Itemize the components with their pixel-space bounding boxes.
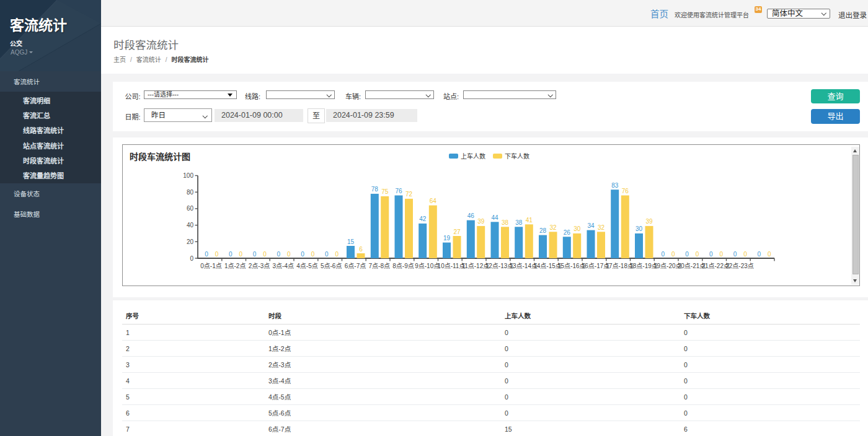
svg-text:0: 0: [671, 250, 675, 257]
svg-text:0: 0: [301, 250, 304, 257]
svg-text:60: 60: [187, 205, 194, 212]
svg-text:15: 15: [347, 238, 355, 245]
svg-text:28: 28: [539, 227, 547, 234]
svg-text:34: 34: [587, 222, 595, 229]
svg-text:0: 0: [719, 250, 723, 257]
svg-text:32: 32: [549, 224, 557, 230]
svg-text:41: 41: [526, 216, 533, 223]
svg-text:76: 76: [395, 188, 402, 194]
svg-text:40: 40: [187, 222, 194, 229]
svg-text:0: 0: [287, 250, 291, 257]
svg-text:5点-6点: 5点-6点: [321, 262, 342, 269]
svg-text:0: 0: [229, 250, 232, 257]
svg-text:76: 76: [622, 188, 629, 194]
svg-text:8点-9点: 8点-9点: [392, 262, 414, 269]
svg-text:22点-23点: 22点-23点: [725, 262, 754, 269]
svg-text:27: 27: [453, 228, 461, 235]
svg-text:0: 0: [205, 250, 208, 257]
svg-text:0: 0: [757, 250, 761, 257]
svg-text:9点-10点: 9点-10点: [415, 262, 440, 269]
svg-text:3点-4点: 3点-4点: [273, 262, 294, 269]
svg-text:78: 78: [371, 186, 379, 193]
svg-text:0: 0: [277, 250, 280, 257]
svg-text:39: 39: [645, 218, 653, 225]
svg-text:0: 0: [325, 250, 329, 257]
svg-text:4点-5点: 4点-5点: [296, 262, 317, 269]
svg-text:1点-2点: 1点-2点: [224, 262, 246, 269]
svg-text:0: 0: [335, 250, 339, 257]
svg-text:0: 0: [253, 250, 257, 257]
svg-text:0点-1点: 0点-1点: [200, 262, 221, 269]
svg-text:46: 46: [467, 212, 475, 219]
svg-text:0: 0: [311, 250, 315, 257]
svg-text:0: 0: [696, 250, 699, 257]
svg-text:72: 72: [405, 191, 413, 198]
svg-text:42: 42: [419, 216, 427, 222]
svg-text:6: 6: [359, 245, 363, 252]
svg-text:83: 83: [611, 181, 619, 188]
svg-text:32: 32: [598, 224, 605, 230]
svg-text:38: 38: [502, 219, 509, 225]
svg-text:75: 75: [381, 188, 389, 195]
svg-text:38: 38: [515, 219, 523, 225]
svg-text:26: 26: [564, 229, 571, 235]
svg-text:0: 0: [190, 255, 193, 261]
svg-text:0: 0: [263, 250, 267, 257]
svg-text:19: 19: [443, 235, 451, 242]
svg-text:39: 39: [477, 218, 485, 225]
svg-text:0: 0: [239, 250, 242, 257]
svg-text:0: 0: [768, 250, 771, 257]
svg-text:0: 0: [215, 250, 219, 257]
svg-text:30: 30: [574, 225, 581, 232]
svg-text:7点-8点: 7点-8点: [369, 262, 390, 269]
svg-text:0: 0: [685, 250, 689, 257]
svg-text:0: 0: [733, 250, 737, 257]
svg-text:20: 20: [187, 238, 194, 245]
svg-text:30: 30: [636, 225, 643, 232]
svg-text:0: 0: [743, 250, 747, 257]
svg-text:100: 100: [183, 172, 193, 179]
svg-text:64: 64: [430, 198, 437, 204]
svg-text:44: 44: [491, 214, 498, 220]
svg-text:6点-7点: 6点-7点: [345, 262, 366, 269]
svg-text:0: 0: [661, 250, 665, 257]
svg-text:80: 80: [187, 188, 194, 195]
svg-text:0: 0: [709, 250, 713, 257]
svg-text:2点-3点: 2点-3点: [249, 262, 270, 269]
